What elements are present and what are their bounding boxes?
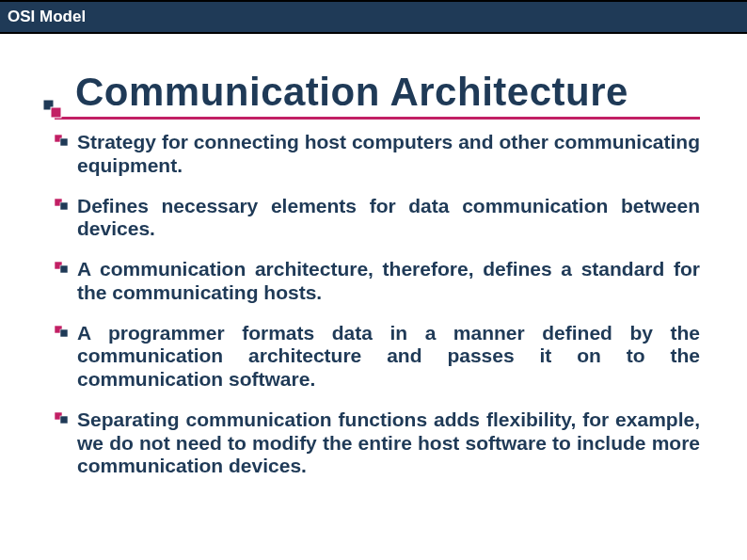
bullet-text: A programmer formats data in a manner de… [77, 322, 700, 392]
bullet-icon [55, 135, 70, 150]
bullet-text: Strategy for connecting host computers a… [77, 131, 700, 178]
slide-title: Communication Architecture [55, 70, 700, 117]
list-item: Defines necessary elements for data comm… [55, 195, 700, 242]
list-item: A communication architecture, therefore,… [55, 258, 700, 305]
bullet-text: A communication architecture, therefore,… [77, 258, 700, 305]
bullet-list: Strategy for connecting host computers a… [55, 131, 700, 478]
svg-rect-11 [60, 416, 68, 424]
svg-rect-3 [60, 138, 68, 146]
title-bullet-icon [43, 100, 64, 120]
bullet-text: Defines necessary elements for data comm… [77, 195, 700, 242]
list-item: A programmer formats data in a manner de… [55, 322, 700, 392]
header-bar: OSI Model [0, 0, 747, 34]
bullet-icon [55, 199, 70, 214]
bullet-icon [55, 412, 70, 427]
list-item: Separating communication functions adds … [55, 408, 700, 478]
list-item: Strategy for connecting host computers a… [55, 131, 700, 178]
slide-content: Communication Architecture Strategy for … [0, 34, 747, 478]
bullet-text: Separating communication functions adds … [77, 408, 700, 478]
header-title: OSI Model [8, 8, 86, 26]
svg-rect-9 [60, 329, 68, 337]
svg-rect-5 [60, 202, 68, 210]
svg-rect-1 [51, 107, 61, 118]
svg-rect-7 [60, 265, 68, 273]
title-wrap: Communication Architecture [55, 70, 700, 120]
bullet-icon [55, 326, 70, 341]
bullet-icon [55, 262, 70, 277]
